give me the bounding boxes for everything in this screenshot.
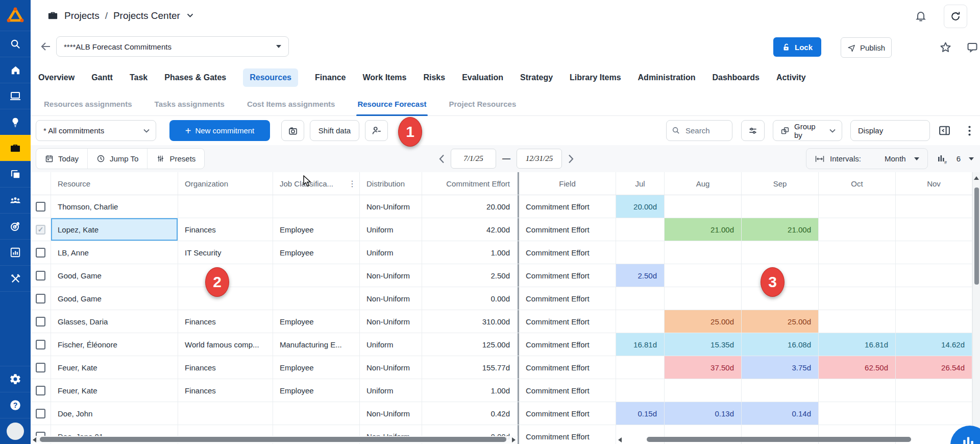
month-cell[interactable] [819,264,896,287]
previous-period-chevron-icon[interactable] [439,154,445,163]
month-cell[interactable] [665,287,742,310]
month-cell[interactable] [819,310,896,333]
scroll-right-arrow-icon[interactable] [512,437,516,442]
column-header-field[interactable]: Field [519,172,616,195]
subtab-tasks-assignments[interactable]: Tasks assignments [155,92,225,115]
tab-resources[interactable]: Resources [243,68,298,87]
resource-cell[interactable]: Fischer, Éléonore [51,333,178,356]
month-cell[interactable] [616,287,665,310]
resource-cell[interactable]: Glasses, Daria [51,310,178,333]
tab-strategy[interactable]: Strategy [520,73,553,82]
month-cell[interactable] [665,264,742,287]
month-cell[interactable] [896,310,972,333]
column-header-month-aug[interactable]: Aug [665,172,742,195]
sidebar-target-icon[interactable] [0,213,31,239]
sidebar-settings-gear-icon[interactable] [0,366,31,392]
month-cell[interactable] [896,241,972,264]
tab-dashboards[interactable]: Dashboards [712,73,759,82]
month-cell[interactable]: 26.54d [896,356,972,379]
new-commitment-button[interactable]: + New commitment [169,120,270,141]
month-cell[interactable] [819,379,896,402]
month-cell[interactable]: 0.13d [665,402,742,425]
refresh-button[interactable] [944,5,967,28]
resource-cell[interactable]: Thomson, Charlie [51,195,178,218]
toolbar-kebab-icon[interactable] [963,120,976,141]
user-avatar[interactable] [0,418,31,444]
tab-risks[interactable]: Risks [423,73,445,82]
next-period-chevron-icon[interactable] [568,154,574,163]
month-cell[interactable] [819,287,896,310]
month-cell[interactable] [616,241,665,264]
tab-task[interactable]: Task [130,73,148,82]
month-cell[interactable]: 0.14d [742,402,819,425]
row-checkbox[interactable] [36,294,45,303]
month-cell[interactable]: 21.00d [665,218,742,241]
column-header-effort[interactable]: Commitment Effort [422,172,518,195]
publish-button[interactable]: Publish [841,37,892,58]
resource-cell[interactable]: Doe, John [51,402,178,425]
column-header-month-oct[interactable]: Oct [819,172,896,195]
month-cell[interactable] [742,379,819,402]
presets-button[interactable]: Presets [147,149,204,169]
range-start-input[interactable] [451,149,496,169]
row-checkbox[interactable] [36,248,45,258]
row-checkbox[interactable]: ✓ [36,225,45,235]
tab-work-items[interactable]: Work Items [362,73,406,82]
sidebar-help-icon[interactable]: ? [0,392,31,418]
resource-cell[interactable]: Feuer, Kate [51,379,178,402]
month-cell[interactable]: 20.00d [616,195,665,218]
sidebar-folders-icon[interactable] [0,161,31,187]
column-header-resource[interactable]: Resource [51,172,178,195]
tab-gantt[interactable]: Gantt [91,73,113,82]
app-logo-icon[interactable] [0,0,31,31]
month-cell[interactable] [665,241,742,264]
breadcrumb-page[interactable]: Projects Center [113,10,180,21]
month-cell[interactable] [896,402,972,425]
tab-finance[interactable]: Finance [315,73,346,82]
scroll-left-arrow-icon[interactable] [618,437,622,442]
lock-button[interactable]: Lock [773,37,821,57]
column-menu-kebab-icon[interactable]: ⋮ [348,179,356,189]
filter-button[interactable] [741,120,765,141]
today-button[interactable]: Today [36,149,87,169]
scroll-up-arrow-icon[interactable] [974,176,979,180]
month-cell[interactable]: 2.50d [616,264,665,287]
month-cell[interactable] [819,402,896,425]
row-checkbox[interactable] [36,202,45,212]
group-by-dropdown[interactable]: Group by [773,120,842,141]
month-cell[interactable]: 14.62d [896,333,972,356]
intervals-dropdown[interactable]: Intervals: Month [806,148,928,169]
row-checkbox[interactable] [36,409,45,418]
month-cell[interactable] [896,287,972,310]
notifications-bell-icon[interactable] [913,8,929,24]
jump-to-button[interactable]: Jump To [87,149,147,169]
view-selector-dropdown[interactable]: ****ALB Forecast Commitments [56,36,289,57]
tab-activity[interactable]: Activity [776,73,806,82]
tab-phases-gates[interactable]: Phases & Gates [164,73,226,82]
range-end-input[interactable] [517,149,562,169]
column-header-month-sep[interactable]: Sep [742,172,819,195]
month-cell[interactable]: 15.35d [665,333,742,356]
month-cell[interactable]: 0.15d [616,402,665,425]
column-header-month-nov[interactable]: Nov [896,172,972,195]
row-checkbox[interactable] [36,363,45,372]
scrollbar-thumb[interactable] [40,437,506,442]
interval-count-value[interactable]: 6 [957,154,961,163]
month-cell[interactable]: 3.75d [742,356,819,379]
shift-data-button[interactable]: Shift data [310,120,359,141]
row-checkbox[interactable] [36,340,45,349]
tab-administration[interactable]: Administration [638,73,696,82]
column-header-distribution[interactable]: Distribution [360,172,422,195]
subtab-resource-forecast[interactable]: Resource Forecast [357,92,426,115]
resource-cell[interactable]: Good, Game [51,287,178,310]
resource-cell[interactable]: LB, Anne [51,241,178,264]
tab-library-items[interactable]: Library Items [570,73,621,82]
month-cell[interactable]: 21.00d [742,218,819,241]
comments-icon[interactable] [964,38,980,56]
sidebar-monitor-icon[interactable] [0,83,31,109]
favorite-star-icon[interactable] [937,38,954,56]
display-dropdown[interactable]: Display [850,120,930,141]
column-header-job[interactable]: Job Classifica...⋮ [273,172,360,195]
month-cell[interactable] [819,241,896,264]
chevron-down-icon[interactable] [187,13,193,18]
